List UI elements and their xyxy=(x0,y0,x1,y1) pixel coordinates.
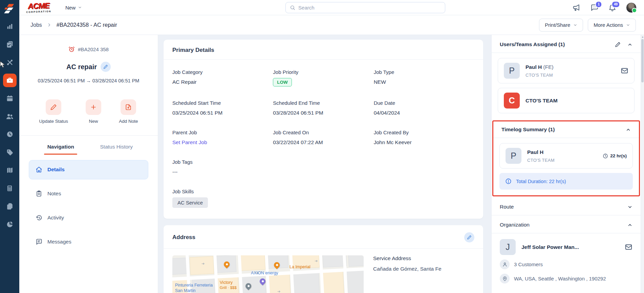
sidebar-item-analytics[interactable] xyxy=(3,20,17,33)
sidebar-item-timesheets[interactable] xyxy=(3,128,17,141)
skill-chip: AC Service xyxy=(172,197,208,208)
timelog-user-team: CTO'S TEAM xyxy=(527,158,603,163)
service-address-map[interactable]: ➔ ➔ ➔ ➔ Pintureria Ferreteria San Martin… xyxy=(172,255,364,293)
tab-navigation[interactable]: Navigation xyxy=(33,136,89,158)
avatar: P xyxy=(506,148,521,164)
field-job-type: Job Type NEW xyxy=(374,69,474,86)
road-arrow-icon: ➔ xyxy=(201,261,205,266)
field-parent-job: Parent Job Set Parent Job xyxy=(172,130,273,145)
sidebar-item-map[interactable] xyxy=(3,163,17,177)
job-date-range: 03/25/2024 06:51 PM → 03/28/2024 06:51 P… xyxy=(37,77,140,85)
map-label-gas: AXION energy xyxy=(251,270,278,276)
top-header: ACME CORPORATION New 1 49 xyxy=(19,0,644,15)
search-input[interactable] xyxy=(298,5,441,11)
messages-icon xyxy=(36,238,42,245)
chevron-down-icon xyxy=(78,5,82,9)
field-created-on: Job Created On 03/22/2024 07:22 AM xyxy=(273,130,373,145)
search-icon xyxy=(290,5,295,11)
tasks-icon xyxy=(6,41,14,48)
user-role-suffix: (FE) xyxy=(542,64,553,70)
org-logo[interactable]: ACME CORPORATION xyxy=(26,2,51,14)
more-actions-button[interactable]: More Actions xyxy=(588,19,636,32)
avatar: P xyxy=(504,63,520,79)
user-avatar[interactable] xyxy=(626,2,637,13)
pie-chart-icon xyxy=(6,220,14,228)
nav-item-activity[interactable]: Activity xyxy=(29,208,148,228)
add-note-button[interactable]: Add Note xyxy=(119,99,138,124)
field-job-category: Job Category AC Repair xyxy=(172,69,273,86)
timelog-entry-card[interactable]: P Paul H CTO'S TEAM 22 hr(s) xyxy=(499,143,633,169)
team-name: CTO'S TEAM xyxy=(525,98,628,104)
pencil-icon xyxy=(46,99,61,115)
tag-icon xyxy=(6,149,14,156)
expand-route-chevron-icon[interactable] xyxy=(627,204,632,210)
email-icon[interactable] xyxy=(625,243,632,251)
breadcrumb-current: #BA2024358 - AC repair xyxy=(57,22,117,28)
timelog-user-name: Paul H xyxy=(527,149,603,155)
briefcase-icon xyxy=(6,77,14,84)
page-scrollbar[interactable]: ▲ xyxy=(641,35,644,293)
breadcrumb-jobs-link[interactable]: Jobs xyxy=(30,22,42,28)
pencil-icon xyxy=(103,64,108,69)
assigned-user-card[interactable]: P Paul H (FE) CTO'S TEAM xyxy=(498,58,635,83)
tab-status-history[interactable]: Status History xyxy=(89,136,145,158)
sidebar-item-tags[interactable] xyxy=(3,145,17,159)
assigned-team-card[interactable]: C CTO'S TEAM xyxy=(498,88,635,113)
field-scheduled-start: Scheduled Start Time 03/25/2024 06:51 PM xyxy=(172,100,273,116)
sidebar-item-documents[interactable] xyxy=(3,199,17,213)
collapse-users-chevron-icon[interactable] xyxy=(627,42,632,47)
sidebar-item-tasks[interactable] xyxy=(3,38,17,51)
teams-icon xyxy=(6,113,14,120)
sidebar-item-teams[interactable] xyxy=(3,110,17,123)
edit-address-button[interactable] xyxy=(464,232,474,242)
print-share-button[interactable]: Print/Share xyxy=(539,19,583,32)
sidebar-item-reports[interactable] xyxy=(3,217,17,231)
field-job-skills: Job Skills AC Service xyxy=(172,189,474,208)
sidebar-item-calendar[interactable] xyxy=(3,92,17,105)
priority-badge: LOW xyxy=(273,78,292,86)
megaphone-icon xyxy=(572,3,581,12)
chevron-down-icon xyxy=(626,23,630,27)
breadcrumb-bar: Jobs #BA2024358 - AC repair Print/Share … xyxy=(19,15,644,35)
tools-icon xyxy=(6,59,14,66)
plus-icon xyxy=(86,99,101,115)
activity-icon xyxy=(36,214,42,221)
clock-icon xyxy=(6,131,14,138)
timelog-summary-highlight: Timelog Summary (1) P Paul H CTO'S TEAM … xyxy=(492,120,640,196)
email-icon[interactable] xyxy=(621,67,628,75)
collapse-organization-chevron-icon[interactable] xyxy=(627,222,632,228)
new-entity-button[interactable]: New xyxy=(86,99,101,124)
set-parent-job-link[interactable]: Set Parent Job xyxy=(172,139,273,145)
primary-details-card: Primary Details Job Category AC Repair J… xyxy=(164,40,483,219)
edit-job-title-button[interactable] xyxy=(101,62,111,72)
edit-assignment-button[interactable] xyxy=(615,42,621,47)
map-icon xyxy=(6,167,14,174)
primary-details-title: Primary Details xyxy=(172,47,214,54)
app-sidebar xyxy=(0,0,19,293)
zuper-logo[interactable] xyxy=(0,0,19,17)
field-due-date: Due Date 04/04/2024 xyxy=(374,100,474,116)
scrollbar-up-arrow[interactable]: ▲ xyxy=(641,36,644,38)
nav-item-notes[interactable]: Notes xyxy=(29,184,148,203)
mouse-cursor xyxy=(0,61,5,68)
address-title: Address xyxy=(172,234,195,241)
users-teams-title: Users/Teams Assigned (1) xyxy=(500,41,565,47)
update-status-button[interactable]: Update Status xyxy=(39,99,68,124)
notifications-button[interactable]: 49 xyxy=(608,3,617,12)
notes-icon xyxy=(36,190,42,197)
nav-item-messages[interactable]: Messages xyxy=(29,232,148,252)
pencil-icon xyxy=(467,235,472,240)
scrollbar-thumb[interactable] xyxy=(641,39,644,82)
chat-button[interactable]: 1 xyxy=(590,3,599,12)
nav-item-details[interactable]: Details xyxy=(29,160,148,179)
sidebar-item-invoices[interactable] xyxy=(3,181,17,195)
right-panel: Users/Teams Assigned (1) P Paul H (FE) C… xyxy=(491,35,641,293)
announcements-button[interactable] xyxy=(572,3,581,12)
sidebar-item-jobs[interactable] xyxy=(3,74,17,87)
collapse-timelog-chevron-icon[interactable] xyxy=(626,127,631,132)
timelog-total-text: Total Duration: 22 hr(s) xyxy=(516,179,566,184)
info-icon xyxy=(505,178,512,184)
organization-card[interactable]: J Jeff Solar Power Man... xyxy=(500,239,632,255)
new-dropdown[interactable]: New xyxy=(65,5,82,11)
chevron-down-icon xyxy=(573,23,577,27)
